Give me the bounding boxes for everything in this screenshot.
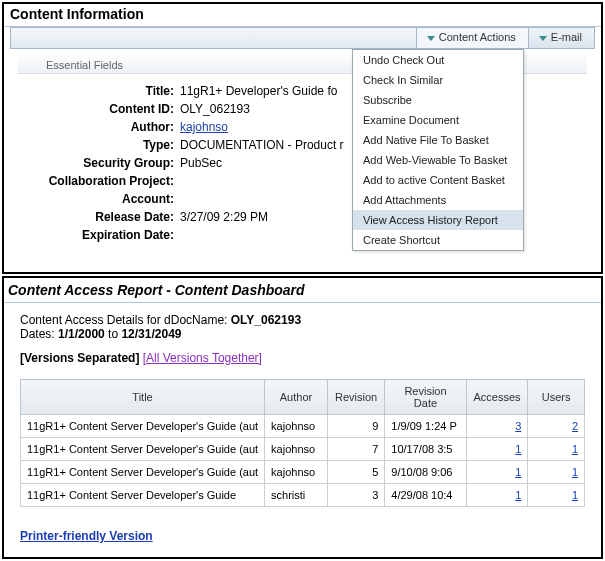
- cell-users: 1: [528, 438, 585, 461]
- versions-separated-label: [Versions Separated]: [20, 351, 139, 365]
- table-row: 11gR1+ Content Server Developer's Guide …: [21, 415, 585, 438]
- col-accesses[interactable]: Accesses: [466, 380, 528, 415]
- cell-users: 1: [528, 461, 585, 484]
- cell-revision-date: 9/10/08 9:06: [385, 461, 466, 484]
- cell-revision-date: 1/9/09 1:24 P: [385, 415, 466, 438]
- dropdown-item[interactable]: Add Attachments: [353, 190, 523, 210]
- field-label: Type:: [20, 138, 180, 152]
- col-revision-date[interactable]: Revision Date: [385, 380, 466, 415]
- cell-accesses: 1: [466, 461, 528, 484]
- content-actions-label: Content Actions: [439, 31, 516, 43]
- cell-users: 1: [528, 484, 585, 507]
- field-value-release-date: 3/27/09 2:29 PM: [180, 210, 268, 224]
- access-table: Title Author Revision Revision Date Acce…: [20, 379, 585, 507]
- dropdown-item[interactable]: Create Shortcut: [353, 230, 523, 250]
- field-label: Security Group:: [20, 156, 180, 170]
- cell-title: 11gR1+ Content Server Developer's Guide …: [21, 438, 265, 461]
- cell-author: kajohnso: [265, 438, 328, 461]
- cell-title: 11gR1+ Content Server Developer's Guide …: [21, 461, 265, 484]
- dropdown-item[interactable]: Add to active Content Basket: [353, 170, 523, 190]
- field-label: Expiration Date:: [20, 228, 180, 242]
- versions-line: [Versions Separated] [All Versions Toget…: [20, 351, 585, 365]
- users-link[interactable]: 1: [572, 489, 578, 501]
- field-label: Content ID:: [20, 102, 180, 116]
- dropdown-item[interactable]: View Access History Report: [353, 210, 523, 230]
- field-label: Collaboration Project:: [20, 174, 180, 188]
- report-body: Content Access Details for dDocName: OLY…: [4, 303, 601, 557]
- dropdown-item[interactable]: Check In Similar: [353, 70, 523, 90]
- author-link[interactable]: kajohnso: [180, 120, 228, 134]
- email-menu[interactable]: E-mail: [528, 28, 594, 48]
- all-versions-together-link[interactable]: [All Versions Together]: [143, 351, 262, 365]
- cell-revision-date: 10/17/08 3:5: [385, 438, 466, 461]
- dates-to-word: to: [105, 327, 122, 341]
- cell-accesses: 3: [466, 415, 528, 438]
- dates-label: Dates:: [20, 327, 58, 341]
- report-meta: Content Access Details for dDocName: OLY…: [20, 313, 585, 341]
- field-label: Account:: [20, 192, 180, 206]
- dropdown-item[interactable]: Subscribe: [353, 90, 523, 110]
- col-title[interactable]: Title: [21, 380, 265, 415]
- meta-docname: OLY_062193: [231, 313, 301, 327]
- field-label: Author:: [20, 120, 180, 134]
- meta-prefix: Content Access Details for dDocName:: [20, 313, 231, 327]
- cell-revision: 5: [327, 461, 384, 484]
- col-author[interactable]: Author: [265, 380, 328, 415]
- cell-title: 11gR1+ Content Server Developer's Guide: [21, 484, 265, 507]
- col-revision[interactable]: Revision: [327, 380, 384, 415]
- accesses-link[interactable]: 1: [515, 443, 521, 455]
- cell-author: kajohnso: [265, 461, 328, 484]
- table-row: 11gR1+ Content Server Developer's Guide …: [21, 461, 585, 484]
- field-label: Release Date:: [20, 210, 180, 224]
- cell-revision: 7: [327, 438, 384, 461]
- cell-revision: 9: [327, 415, 384, 438]
- content-actions-dropdown: Undo Check OutCheck In SimilarSubscribeE…: [352, 49, 524, 251]
- field-value-title: 11gR1+ Developer's Guide fo: [180, 84, 337, 98]
- email-menu-label: E-mail: [551, 31, 582, 43]
- col-users[interactable]: Users: [528, 380, 585, 415]
- dropdown-item[interactable]: Examine Document: [353, 110, 523, 130]
- table-row: 11gR1+ Content Server Developer's Guide …: [21, 438, 585, 461]
- date-from: 1/1/2000: [58, 327, 105, 341]
- content-info-title: Content Information: [4, 4, 601, 27]
- cell-title: 11gR1+ Content Server Developer's Guide …: [21, 415, 265, 438]
- users-link[interactable]: 1: [572, 443, 578, 455]
- cell-author: schristi: [265, 484, 328, 507]
- dropdown-item[interactable]: Add Web-Viewable To Basket: [353, 150, 523, 170]
- date-to: 12/31/2049: [121, 327, 181, 341]
- table-header-row: Title Author Revision Revision Date Acce…: [21, 380, 585, 415]
- cell-revision-date: 4/29/08 10:4: [385, 484, 466, 507]
- accesses-link[interactable]: 1: [515, 466, 521, 478]
- access-report-title: Content Access Report - Content Dashboar…: [4, 278, 601, 303]
- accesses-link[interactable]: 1: [515, 489, 521, 501]
- dropdown-item[interactable]: Undo Check Out: [353, 50, 523, 70]
- field-value-security-group: PubSec: [180, 156, 222, 170]
- cell-users: 2: [528, 415, 585, 438]
- cell-accesses: 1: [466, 484, 528, 507]
- cell-revision: 3: [327, 484, 384, 507]
- access-report-panel: Content Access Report - Content Dashboar…: [2, 276, 603, 559]
- field-value-type: DOCUMENTATION - Product r: [180, 138, 344, 152]
- users-link[interactable]: 2: [572, 420, 578, 432]
- dropdown-item[interactable]: Add Native File To Basket: [353, 130, 523, 150]
- content-toolbar: Content Actions E-mail Undo Check OutChe…: [10, 27, 595, 49]
- chevron-down-icon: [427, 36, 435, 41]
- table-row: 11gR1+ Content Server Developer's Guides…: [21, 484, 585, 507]
- accesses-link[interactable]: 3: [515, 420, 521, 432]
- printer-friendly-link[interactable]: Printer-friendly Version: [20, 529, 585, 543]
- field-value-content-id: OLY_062193: [180, 102, 250, 116]
- cell-author: kajohnso: [265, 415, 328, 438]
- content-actions-menu[interactable]: Content Actions: [416, 28, 528, 48]
- menu-section: Content Actions E-mail: [416, 28, 594, 48]
- users-link[interactable]: 1: [572, 466, 578, 478]
- field-label: Title:: [20, 84, 180, 98]
- cell-accesses: 1: [466, 438, 528, 461]
- chevron-down-icon: [539, 36, 547, 41]
- content-info-panel: Content Information Content Actions E-ma…: [2, 2, 603, 274]
